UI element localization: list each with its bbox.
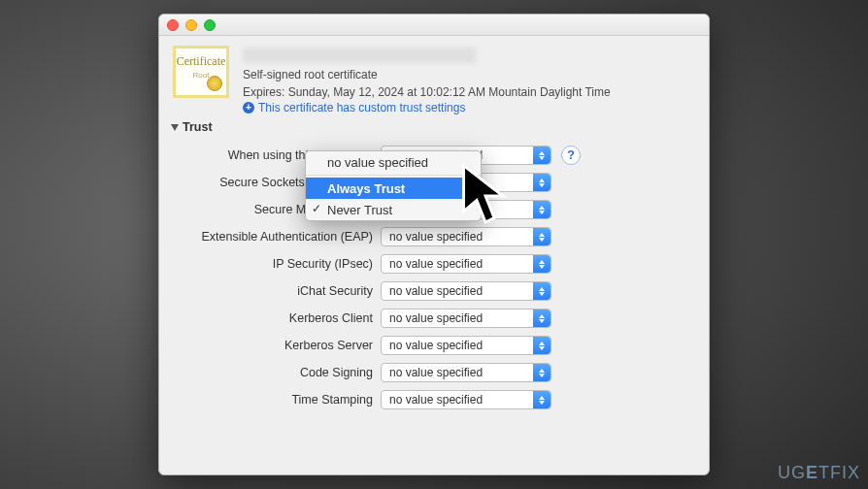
window-minimize-button[interactable] <box>185 19 197 31</box>
dropdown-option-no-value[interactable]: no value specified <box>306 151 481 173</box>
row-label: Kerberos Server <box>159 339 381 352</box>
select-stepper-icon <box>533 255 551 273</box>
select-stepper-icon <box>533 310 551 327</box>
mouse-cursor-icon <box>459 163 512 230</box>
dropdown-option-always-trust[interactable]: Always Trust <box>306 178 481 199</box>
select-stepper-icon <box>533 364 551 381</box>
row-label: Kerberos Client <box>159 311 381 325</box>
certificate-icon: Certificate Root <box>173 46 229 98</box>
cert-subtitle: Self-signed root certificate <box>243 66 611 83</box>
trust-section-toggle[interactable]: Trust <box>159 118 709 140</box>
watermark: UGETFIX <box>778 463 860 483</box>
row-ichat: iChat Security no value specified <box>159 277 709 305</box>
disclosure-triangle-icon <box>171 124 179 131</box>
dropdown-option-label: Never Trust <box>327 203 392 217</box>
select-stepper-icon <box>533 282 551 300</box>
select-time-stamping[interactable]: no value specified <box>381 390 551 409</box>
select-stepper-icon <box>533 147 551 164</box>
certificate-icon-root: Root <box>193 71 210 80</box>
certificate-icon-word: Certificate <box>177 54 226 69</box>
select-value: no value specified <box>389 311 483 325</box>
row-label: Extensible Authentication (EAP) <box>159 230 381 244</box>
window-zoom-button[interactable] <box>204 19 216 31</box>
select-value: no value specified <box>389 230 483 244</box>
row-label: iChat Security <box>159 284 381 298</box>
dropdown-option-never-trust[interactable]: ✓ Never Trust <box>306 199 481 220</box>
checkmark-icon: ✓ <box>312 202 321 215</box>
certificate-seal-icon <box>207 76 222 91</box>
row-kerberos-client: Kerberos Client no value specified <box>159 305 709 332</box>
window-close-button[interactable] <box>167 19 179 31</box>
cert-expiry: Expires: Sunday, May 12, 2024 at 10:02:1… <box>243 83 611 101</box>
window-titlebar <box>159 15 709 36</box>
trust-policy-dropdown[interactable]: no value specified Always Trust ✓ Never … <box>305 150 482 221</box>
select-value: no value specified <box>389 366 483 379</box>
select-kerberos-client[interactable]: no value specified <box>381 309 551 328</box>
select-stepper-icon <box>533 228 551 245</box>
select-value: no value specified <box>389 284 483 298</box>
select-value: no value specified <box>389 393 483 407</box>
certificate-name-redacted <box>243 48 476 63</box>
row-label: Code Signing <box>159 366 381 379</box>
trust-section-label: Trust <box>183 120 213 134</box>
dropdown-option-label: no value specified <box>327 155 428 170</box>
keychain-cert-window: Certificate Root Self-signed root certif… <box>158 14 710 475</box>
plus-icon: + <box>243 102 254 114</box>
row-time-stamping: Time Stamping no value specified <box>159 386 709 413</box>
select-value: no value specified <box>389 339 483 352</box>
dropdown-separator <box>306 175 481 176</box>
row-ipsec: IP Security (IPsec) no value specified <box>159 250 709 277</box>
select-ipsec[interactable]: no value specified <box>381 254 551 274</box>
dropdown-option-label: Always Trust <box>327 181 405 196</box>
select-eap[interactable]: no value specified <box>381 227 551 246</box>
help-button[interactable]: ? <box>561 146 581 165</box>
select-ichat[interactable]: no value specified <box>381 281 551 301</box>
cert-custom-trust-text: This certificate has custom trust settin… <box>258 101 465 114</box>
row-eap: Extensible Authentication (EAP) no value… <box>159 223 709 250</box>
select-stepper-icon <box>533 201 551 218</box>
select-stepper-icon <box>533 337 551 354</box>
row-kerberos-server: Kerberos Server no value specified <box>159 332 709 359</box>
select-kerberos-server[interactable]: no value specified <box>381 336 551 355</box>
row-label: IP Security (IPsec) <box>159 257 381 271</box>
cert-custom-trust-note: + This certificate has custom trust sett… <box>243 101 611 114</box>
row-label: Time Stamping <box>159 393 381 407</box>
select-stepper-icon <box>533 174 551 191</box>
row-code-signing: Code Signing no value specified <box>159 359 709 386</box>
select-code-signing[interactable]: no value specified <box>381 363 551 382</box>
select-value: no value specified <box>389 257 483 271</box>
select-stepper-icon <box>533 391 551 408</box>
